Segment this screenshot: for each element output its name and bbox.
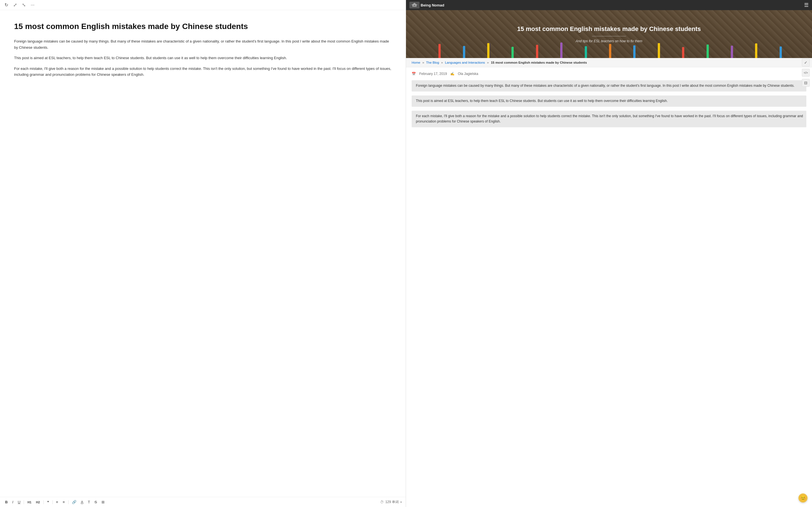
- article-para-1: Foreign language mistakes can be caused …: [412, 80, 806, 92]
- pencil-8: [609, 44, 611, 58]
- browser-sidebar-icons: ✓ </> ⊟: [800, 56, 812, 89]
- calendar-icon: 📅: [412, 72, 416, 76]
- bold-button[interactable]: B: [4, 499, 9, 505]
- editor-content-area[interactable]: 15 most common English mistakes made by …: [0, 10, 406, 497]
- breadcrumb-blog[interactable]: The Blog: [426, 61, 439, 64]
- article-para-2: This post is aimed at ESL teachers, to h…: [412, 96, 806, 107]
- article-meta: 📅 February 17, 2019 ✍ Ola Jagielska: [412, 72, 806, 76]
- pencil-15: [779, 47, 782, 58]
- breadcrumb: Home » The Blog » Languages and Interact…: [406, 58, 812, 67]
- font-button[interactable]: T: [87, 499, 91, 505]
- breadcrumb-separator-1: »: [422, 61, 424, 64]
- code-icon-button[interactable]: </>: [802, 69, 810, 76]
- pencil-7: [585, 46, 587, 58]
- pencil-1: [439, 44, 441, 58]
- editor-toolbar-top: ↻ ⤢ ⤡ ···: [0, 0, 406, 10]
- word-count: ⏱ 129 单词 ▾: [380, 500, 402, 504]
- list-bullet-button[interactable]: ≡: [55, 499, 59, 505]
- more-icon[interactable]: ···: [31, 3, 35, 8]
- word-count-value: 129 单词: [386, 500, 399, 504]
- image-button[interactable]: ⊞: [100, 499, 106, 505]
- svg-rect-2: [412, 5, 414, 7]
- article-para-3: For each mistake, I'll give both a reaso…: [412, 111, 806, 128]
- hero-section: 15 most common English mistakes made by …: [406, 10, 812, 58]
- editor-toolbar-bottom: B I U H1 H2 ❝ ≡ ≡ 🔗 A T S ⊞ ⏱ 129 单词 ▾: [0, 497, 406, 507]
- refresh-icon[interactable]: ↻: [4, 2, 8, 8]
- browser-navbar: Being Nomad ☰: [406, 0, 812, 10]
- strikethrough-button[interactable]: S: [93, 499, 98, 505]
- pencil-3: [487, 43, 490, 58]
- article-author: Ola Jagielska: [458, 72, 478, 76]
- breadcrumb-home[interactable]: Home: [412, 61, 420, 64]
- pencil-11: [682, 47, 684, 58]
- pencil-2: [463, 46, 465, 58]
- h2-button[interactable]: H2: [35, 500, 41, 504]
- toolbar-divider-2: [43, 500, 44, 504]
- pencil-14: [755, 43, 757, 58]
- breadcrumb-separator-2: »: [441, 61, 443, 64]
- editor-para-1: Foreign language mistakes can be caused …: [14, 38, 392, 50]
- svg-rect-3: [415, 5, 416, 7]
- hamburger-icon[interactable]: ☰: [804, 2, 809, 8]
- pencil-10: [658, 43, 660, 58]
- pencil-12: [707, 45, 709, 58]
- editor-panel: ↻ ⤢ ⤡ ··· 15 most common English mistake…: [0, 0, 406, 507]
- expand-icon[interactable]: ⤡: [22, 2, 26, 8]
- italic-button[interactable]: I: [11, 499, 14, 505]
- article-date: February 17, 2019: [419, 72, 447, 76]
- author-icon: ✍: [450, 72, 455, 76]
- svg-marker-1: [412, 3, 417, 5]
- underline-button[interactable]: U: [17, 499, 21, 505]
- check-icon-button[interactable]: ✓: [802, 59, 810, 66]
- list-number-button[interactable]: ≡: [61, 499, 66, 505]
- breadcrumb-current: 15 most common English mistakes made by …: [491, 61, 587, 64]
- pencil-9: [633, 45, 636, 58]
- browser-panel: Being Nomad ☰ 15 most common English mis…: [406, 0, 812, 507]
- stack-icon-button[interactable]: ⊟: [802, 79, 810, 87]
- link-button[interactable]: 🔗: [71, 499, 78, 505]
- word-count-chevron[interactable]: ▾: [400, 501, 402, 504]
- editor-title: 15 most common English mistakes made by …: [14, 21, 392, 32]
- site-name: Being Nomad: [421, 3, 444, 7]
- editor-para-3: For each mistake, I'll give both a reaso…: [14, 66, 392, 78]
- breadcrumb-category[interactable]: Languages and Interactions: [445, 61, 485, 64]
- emoji-badge[interactable]: 😊: [799, 494, 808, 503]
- hero-title: 15 most common English mistakes made by …: [506, 25, 712, 33]
- h1-button[interactable]: H1: [26, 500, 33, 504]
- hero-pencils-decoration: [406, 41, 812, 58]
- article-content[interactable]: 📅 February 17, 2019 ✍ Ola Jagielska Fore…: [406, 67, 812, 507]
- pencil-13: [731, 46, 733, 58]
- pencil-4: [511, 47, 514, 58]
- clock-icon: ⏱: [380, 500, 384, 504]
- logo-icon: [409, 2, 419, 8]
- editor-para-2: This post is aimed at ESL teachers, to h…: [14, 55, 392, 61]
- underline2-button[interactable]: A: [80, 499, 85, 505]
- hero-subtitle: And tips for ESL teachers on how to fix …: [576, 39, 643, 43]
- svg-rect-4: [414, 6, 415, 7]
- quote-button[interactable]: ❝: [46, 499, 50, 505]
- share-icon[interactable]: ⤢: [13, 2, 17, 8]
- editor-body[interactable]: Foreign language mistakes can be caused …: [14, 38, 392, 77]
- site-logo: Being Nomad: [409, 2, 444, 8]
- pencil-6: [560, 43, 562, 58]
- breadcrumb-separator-3: »: [487, 61, 489, 64]
- toolbar-divider-3: [52, 500, 53, 504]
- toolbar-divider-4: [68, 500, 68, 504]
- pencil-5: [536, 45, 538, 58]
